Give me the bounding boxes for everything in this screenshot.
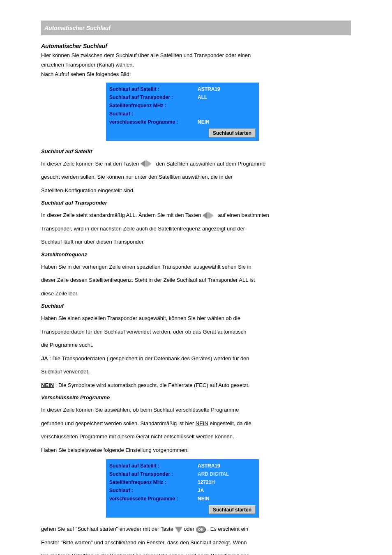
search-panel-1: Suchlauf auf Satellit : ASTRA19 Suchlauf… xyxy=(106,83,259,141)
panel2-label-transponder: Suchlauf auf Transponder : xyxy=(109,471,198,477)
panel1-row-freq: Satellitenfrequenz MHz : xyxy=(109,101,256,110)
panel2-value-freq: 12721H xyxy=(198,479,215,485)
sec-freq-line1: Haben Sie in der vorherigen Zeile einen … xyxy=(41,263,351,271)
sec-enc-line1: In dieser Zeile können Sie auswählen, ob… xyxy=(41,406,351,414)
panel2-label-suchlauf: Suchlauf : xyxy=(109,488,198,493)
sec-run-line1: Haben Sie einen speziellen Transponder a… xyxy=(41,314,351,322)
sec-run-line3: die Programme sucht. xyxy=(41,341,351,349)
intro-line2: einzelnen Transponder (Kanal) wählen. xyxy=(41,61,351,69)
down-icon xyxy=(175,527,182,532)
intro-line3: Nach Aufruf sehen Sie folgendes Bild: xyxy=(41,71,351,78)
panel1-label-transponder: Suchlauf auf Transponder : xyxy=(109,94,198,100)
sec-run-line6: NEIN : Die Symbolrate wird automatisch g… xyxy=(41,381,351,389)
subhead-run: Suchlauf xyxy=(41,303,351,309)
ok-icon: OK xyxy=(196,526,206,533)
sec-tp-line2: Transponder, wird in der nächsten Zeile … xyxy=(41,225,351,233)
left-right-icon xyxy=(141,160,154,168)
sec-enc-line2: gefunden und gespeichert werden sollen. … xyxy=(41,419,351,428)
sec-run-line4: JA : Die Transponderdaten ( gespeichert … xyxy=(41,355,351,363)
panel1-label-suchlauf: Suchlauf : xyxy=(109,111,198,117)
panel2-start-button[interactable]: Suchlauf starten xyxy=(209,505,256,514)
panel1-start-button[interactable]: Suchlauf starten xyxy=(209,129,256,138)
sec-run-line2: Transponderdaten für den Suchlauf verwen… xyxy=(41,328,351,336)
header-bar: Automatischer Suchlauf xyxy=(41,21,351,35)
panel1-row-suchlauf: Suchlauf : xyxy=(109,110,256,118)
sec-sat-line2: gesucht werden sollen. Sie können nur un… xyxy=(41,173,351,181)
sec-tp-line1: In dieser Zeile steht standardmäßig ALL.… xyxy=(41,211,351,219)
sec-run-line5: Suchlauf verwendet. xyxy=(41,368,351,376)
panel2-value-encrypted: NEIN xyxy=(198,496,210,502)
sec-enc-line3: verschlüsselten Programme mit diesem Ger… xyxy=(41,433,351,441)
panel2-row-suchlauf: Suchlauf : JA xyxy=(109,486,256,495)
panel2-value-suchlauf: JA xyxy=(198,488,204,493)
section-intro-heading: Automatischer Suchlauf xyxy=(41,43,351,49)
sec-freq-line2: dieser Zeile dessen Satellitenfrequenz. … xyxy=(41,276,351,284)
panel2-label-encrypted: verschluesselte Programme : xyxy=(109,496,198,502)
panel1-value-satellit: ASTRA19 xyxy=(198,86,220,92)
panel2-row-freq: Satellitenfrequenz MHz : 12721H xyxy=(109,478,256,486)
sec-freq-line3: diese Zeile leer. xyxy=(41,290,351,298)
panel2-value-satellit: ASTRA19 xyxy=(198,463,220,469)
sec-sat-line1: In dieser Zeile können Sie mit den Taste… xyxy=(41,160,351,168)
panel1-row-satellit: Suchlauf auf Satellit : ASTRA19 xyxy=(109,85,256,93)
subhead-transponder: Suchlauf auf Transponder xyxy=(41,200,351,206)
panel1-value-encrypted: NEIN xyxy=(198,119,210,125)
sec-enc-line4: Haben Sie beispielsweise folgende Einste… xyxy=(41,446,351,454)
panel2-row-transponder: Suchlauf auf Transponder : ARD DIGITAL xyxy=(109,470,256,478)
closing-line3: Sie mehrere Satelliten in der Konfigurat… xyxy=(41,552,351,555)
panel1-label-satellit: Suchlauf auf Satellit : xyxy=(109,86,198,92)
panel2-label-freq: Satellitenfrequenz MHz : xyxy=(109,479,198,485)
panel1-value-transponder: ALL xyxy=(198,94,207,100)
header-title: Automatischer Suchlauf xyxy=(44,25,111,31)
panel1-label-encrypted: verschluesselte Programme : xyxy=(109,119,198,125)
panel1-row-transponder: Suchlauf auf Transponder : ALL xyxy=(109,93,256,101)
intro-line1: Hier können Sie zwischen dem Suchlauf üb… xyxy=(41,52,351,60)
search-panel-2: Suchlauf auf Satellit : ASTRA19 Suchlauf… xyxy=(106,459,259,518)
sec-tp-line3: Suchlauf läuft nur über diesen Transpond… xyxy=(41,238,351,246)
panel2-label-satellit: Suchlauf auf Satellit : xyxy=(109,463,198,469)
subhead-freq: Satellitenfrequenz xyxy=(41,251,351,258)
panel1-row-encrypted: verschluesselte Programme : NEIN xyxy=(109,118,256,126)
closing-line1: gehen Sie auf "Suchlauf starten" entwede… xyxy=(41,525,351,533)
left-right-icon xyxy=(203,212,217,219)
closing-line2: Fenster "Bitte warten" und anschließend … xyxy=(41,539,351,547)
subhead-satellit: Suchlauf auf Satellit xyxy=(41,148,351,154)
panel2-value-transponder: ARD DIGITAL xyxy=(198,471,229,477)
subhead-encrypted: Verschlüsselte Programme xyxy=(41,394,351,401)
panel1-label-freq: Satellitenfrequenz MHz : xyxy=(109,103,198,108)
panel2-row-satellit: Suchlauf auf Satellit : ASTRA19 xyxy=(109,462,256,470)
sec-sat-line3: Satelliten-Konfiguration eingestellt sin… xyxy=(41,187,351,195)
panel2-row-encrypted: verschluesselte Programme : NEIN xyxy=(109,495,256,503)
